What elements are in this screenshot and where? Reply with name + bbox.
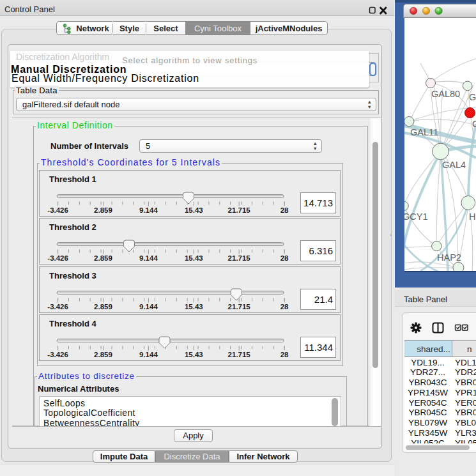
svg-text:28: 28 bbox=[280, 303, 289, 311]
svg-text:9.144: 9.144 bbox=[139, 351, 158, 358]
svg-text:15.43: 15.43 bbox=[185, 303, 203, 311]
svg-text:15.43: 15.43 bbox=[185, 206, 203, 214]
svg-text:2.859: 2.859 bbox=[94, 254, 112, 262]
svg-text:28: 28 bbox=[280, 206, 289, 214]
svg-text:C: C bbox=[472, 119, 476, 129]
svg-text:-3.426: -3.426 bbox=[47, 303, 68, 311]
svg-text:9.144: 9.144 bbox=[139, 206, 158, 214]
svg-text:2.859: 2.859 bbox=[94, 351, 112, 358]
svg-text:21.715: 21.715 bbox=[228, 206, 251, 214]
svg-text:28: 28 bbox=[280, 351, 289, 358]
svg-text:G: G bbox=[469, 92, 476, 102]
svg-text:28: 28 bbox=[280, 254, 289, 262]
svg-text:-3.426: -3.426 bbox=[47, 206, 68, 214]
svg-text:-3.426: -3.426 bbox=[47, 254, 68, 262]
svg-text:2.859: 2.859 bbox=[94, 206, 112, 214]
svg-text:9.144: 9.144 bbox=[139, 303, 158, 311]
svg-text:15.43: 15.43 bbox=[185, 351, 203, 358]
svg-text:HAP2: HAP2 bbox=[437, 252, 461, 263]
svg-text:21.715: 21.715 bbox=[228, 254, 251, 262]
svg-text:GAL4: GAL4 bbox=[442, 160, 466, 170]
svg-text:H: H bbox=[469, 211, 475, 222]
svg-text:15.43: 15.43 bbox=[185, 254, 203, 262]
svg-text:GAL80: GAL80 bbox=[431, 89, 460, 99]
svg-text:GAL11: GAL11 bbox=[410, 127, 438, 137]
svg-text:9.144: 9.144 bbox=[139, 254, 158, 262]
svg-text:21.715: 21.715 bbox=[228, 351, 251, 358]
svg-text:GCY1: GCY1 bbox=[404, 211, 428, 222]
svg-text:21.715: 21.715 bbox=[228, 303, 251, 311]
svg-text:2.859: 2.859 bbox=[94, 303, 112, 311]
svg-text:-3.426: -3.426 bbox=[47, 351, 68, 358]
